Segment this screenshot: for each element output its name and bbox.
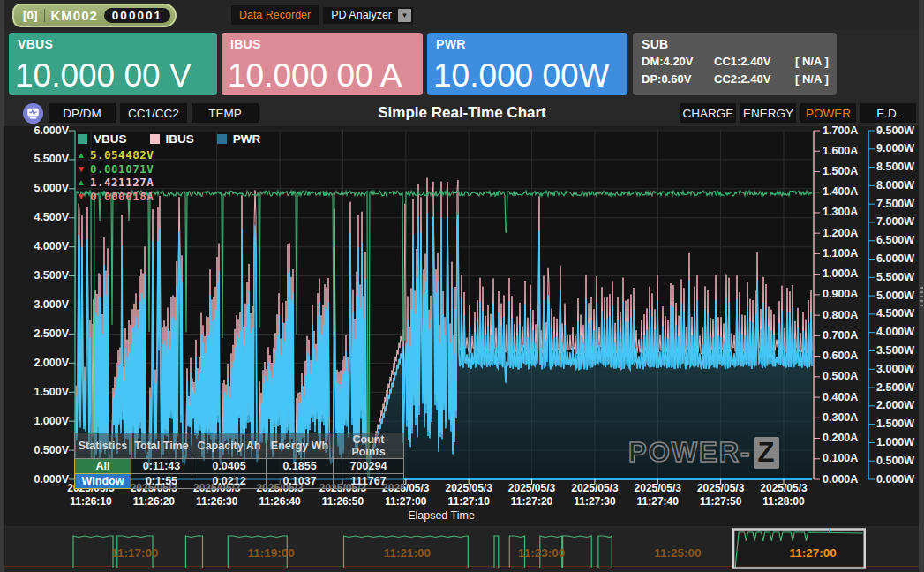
- legend-pwr[interactable]: PWR: [217, 132, 261, 146]
- y-axis-label: 8.000W: [876, 179, 914, 192]
- device-selector[interactable]: [0] KM002 000001: [12, 4, 177, 27]
- sub-row-2: DP:0.60V CC2:2.40V [ N/A ]: [642, 72, 829, 86]
- tab-energy[interactable]: ENERGY: [740, 103, 796, 123]
- x-axis-tick-label: 2025/05/311:27:10: [435, 482, 502, 508]
- stats-header-row: Statistics Total Time Capacity Ah Energy…: [75, 433, 404, 459]
- y-axis-label: 3.000V: [0, 298, 69, 311]
- y-axis-label: 0.500V: [0, 444, 69, 456]
- stats-header: Capacity Ah: [192, 433, 267, 459]
- data-recorder-button[interactable]: Data Recorder: [231, 5, 319, 25]
- device-separator: [44, 9, 45, 22]
- pwr-swatch: [217, 134, 227, 144]
- navigator-timestamp: 11:25:00: [638, 546, 717, 560]
- y-axis-label: 5.500V: [0, 153, 69, 165]
- timeline-navigator[interactable]: 11:17:0011:19:0011:21:0011:23:0011:25:00…: [0, 528, 924, 572]
- tab-dpdm[interactable]: DP/DM: [49, 103, 116, 123]
- y-axis-label: 0.700A: [823, 329, 858, 342]
- tab-bar: DP/DM CC1/CC2 TEMP Simple Real-Time Char…: [0, 103, 924, 124]
- all-energy: 0.1855: [267, 459, 334, 474]
- window-capacity: 0.0212: [192, 474, 267, 489]
- y-axis-label: 6.000V: [0, 124, 69, 137]
- y-axis-label: 3.500W: [876, 344, 914, 357]
- up-triangle-icon: ▲: [77, 150, 90, 160]
- x-axis-tick-label: 2025/05/311:27:50: [687, 482, 755, 508]
- vbus-min-readout: ▼0.001071V: [77, 162, 154, 177]
- y-axis-label: 9.000W: [876, 142, 914, 154]
- window-energy: 0.1037: [267, 474, 334, 489]
- all-count-points: 700294: [334, 459, 404, 474]
- y-axis-label: 2.000W: [876, 399, 914, 411]
- vbus-label: VBUS: [18, 37, 53, 51]
- pd-analyzer-dropdown[interactable]: PD Analyzer ▼: [323, 7, 413, 24]
- ibus-swatch: [150, 134, 160, 144]
- ibus-label: IBUS: [230, 37, 261, 51]
- y-axis-label: 1.500V: [0, 386, 69, 398]
- all-capacity: 0.0405: [192, 459, 267, 474]
- stats-header: Energy Wh: [267, 433, 334, 459]
- y-axis-label: 4.000V: [0, 240, 69, 252]
- y-axis-label: 1.100A: [823, 247, 858, 260]
- y-axis-label: 1.500W: [876, 418, 914, 430]
- vbus-card: VBUS 10.000 00 V: [9, 33, 217, 95]
- tab-charge[interactable]: CHARGE: [680, 103, 736, 123]
- statistics-table: Statistics Total Time Capacity Ah Energy…: [74, 433, 404, 489]
- y-axis-label: 0.800A: [823, 309, 858, 321]
- y-axis-label: 3.500V: [0, 269, 69, 282]
- legend-vbus[interactable]: VBUS: [78, 132, 127, 146]
- pd-analyzer-label: PD Analyzer: [331, 9, 392, 21]
- app-window: [0] KM002 000001 Data Recorder PD Analyz…: [0, 0, 924, 572]
- splitter-grip[interactable]: [920, 287, 923, 308]
- ibus-max-readout: ▲1.421127A: [77, 176, 154, 190]
- y-axis-label: 0.500W: [876, 455, 914, 467]
- y-axis-label: 4.000W: [876, 326, 914, 338]
- stats-all-button[interactable]: All: [75, 459, 131, 474]
- pwr-label: PWR: [436, 37, 466, 51]
- right-tabs: CHARGE ENERGY POWER E.D.: [680, 103, 916, 123]
- navigator-timestamp: 11:17:00: [95, 546, 175, 560]
- y-axis-label: 1.500A: [823, 165, 858, 177]
- powerz-watermark: POWER-Z: [628, 437, 779, 469]
- dp-voltage: DP:0.60V: [642, 72, 714, 86]
- tab-temp[interactable]: TEMP: [192, 103, 259, 123]
- y-axis-label: 1.000A: [823, 267, 858, 280]
- stats-window-button[interactable]: Window: [75, 474, 131, 489]
- chart-mode-icon[interactable]: [23, 103, 43, 124]
- stats-header: Total Time: [131, 433, 192, 459]
- y-axis-label: 6.500W: [876, 234, 914, 246]
- dm-voltage: DM:4.20V: [642, 55, 714, 68]
- cc1-voltage: CC1:2.40V: [714, 55, 795, 68]
- navigator-timestamp: 11:23:00: [502, 546, 582, 560]
- y-axis-label: 6.000W: [876, 252, 914, 265]
- dropdown-arrow-icon: ▼: [398, 9, 411, 22]
- y-axis-label: 1.000W: [876, 436, 914, 448]
- tab-cc1cc2[interactable]: CC1/CC2: [120, 103, 187, 123]
- minmax-readouts: ▲5.054482V ▼0.001071V ▲1.421127A ▼0.0000…: [77, 148, 154, 203]
- vbus-max-readout: ▲5.054482V: [77, 148, 154, 162]
- cc2-voltage: CC2:2.40V: [714, 72, 795, 86]
- tab-power[interactable]: POWER: [800, 103, 856, 123]
- y-axis-label: 8.500W: [876, 161, 914, 173]
- window-total-time: 0:1:55: [131, 474, 192, 489]
- y-axis-label: 0.100A: [823, 452, 858, 464]
- y-axis-label: 1.400A: [823, 185, 858, 198]
- y-axis-label: 4.500W: [876, 307, 914, 320]
- x-axis-tick-label: 2025/05/311:28:00: [750, 482, 817, 508]
- sub-na-1: [ N/A ]: [795, 55, 829, 68]
- stats-row-window: Window 0:1:55 0.0212 0.1037 111767: [75, 474, 404, 489]
- stats-row-all: All 0:11:43 0.0405 0.1855 700294: [75, 459, 404, 474]
- y-axis-label: 0.200A: [823, 432, 858, 444]
- y-axis-label: 2.500V: [0, 327, 69, 340]
- x-axis-tick-label: 2025/05/311:27:20: [499, 482, 566, 508]
- y-axis-label: 5.000W: [876, 290, 914, 302]
- y-axis-label: 0.400A: [823, 391, 858, 403]
- y-axis-label: 3.000W: [876, 363, 914, 375]
- page-title: Simple Real-Time Chart: [378, 104, 546, 122]
- device-index: [0]: [23, 9, 38, 22]
- navigator-timestamp: 11:27:00: [773, 546, 853, 560]
- tab-ed[interactable]: E.D.: [860, 103, 916, 123]
- y-axis-label: 1.000V: [0, 415, 69, 427]
- legend-ibus[interactable]: IBUS: [150, 132, 194, 146]
- y-axis-label: 2.500W: [876, 381, 914, 394]
- top-bar: [0] KM002 000001 Data Recorder PD Analyz…: [0, 0, 924, 30]
- chart-region[interactable]: 6.000V5.500V5.000V4.500V4.000V3.500V3.00…: [0, 126, 924, 526]
